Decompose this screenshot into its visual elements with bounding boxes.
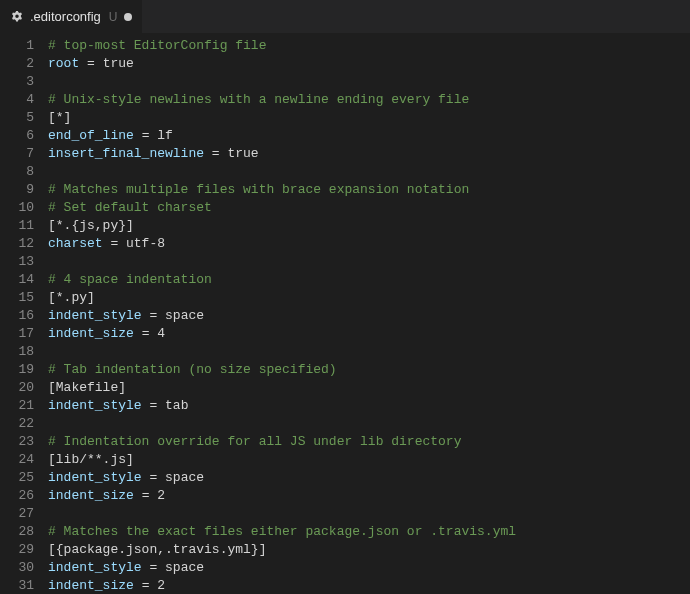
token-comment: # Matches multiple files with brace expa… bbox=[48, 182, 469, 197]
line-number: 1 bbox=[0, 37, 34, 55]
line-number: 5 bbox=[0, 109, 34, 127]
token-value: tab bbox=[165, 398, 188, 413]
token-op: = bbox=[142, 308, 165, 323]
token-section: [*.py] bbox=[48, 290, 95, 305]
line-number: 21 bbox=[0, 397, 34, 415]
token-op: = bbox=[204, 146, 227, 161]
token-comment: # Set default charset bbox=[48, 200, 212, 215]
code-line[interactable]: root = true bbox=[48, 55, 690, 73]
code-line[interactable]: [Makefile] bbox=[48, 379, 690, 397]
code-line[interactable]: charset = utf-8 bbox=[48, 235, 690, 253]
token-section: [*.{js,py}] bbox=[48, 218, 134, 233]
line-number: 14 bbox=[0, 271, 34, 289]
code-line[interactable]: indent_size = 2 bbox=[48, 487, 690, 505]
line-number: 8 bbox=[0, 163, 34, 181]
token-comment: # Matches the exact files either package… bbox=[48, 524, 516, 539]
token-value: 2 bbox=[157, 488, 165, 503]
line-number: 31 bbox=[0, 577, 34, 594]
tab-editorconfig[interactable]: .editorconfig U bbox=[0, 0, 143, 33]
code-line[interactable]: indent_size = 4 bbox=[48, 325, 690, 343]
token-op: = bbox=[134, 326, 157, 341]
modified-indicator-icon bbox=[124, 13, 132, 21]
line-number: 30 bbox=[0, 559, 34, 577]
code-line[interactable]: indent_size = 2 bbox=[48, 577, 690, 594]
gear-icon bbox=[10, 10, 24, 24]
line-number: 3 bbox=[0, 73, 34, 91]
code-line[interactable]: # Indentation override for all JS under … bbox=[48, 433, 690, 451]
token-op: = bbox=[134, 128, 157, 143]
code-line[interactable] bbox=[48, 343, 690, 361]
tab-bar: .editorconfig U bbox=[0, 0, 690, 33]
line-number: 26 bbox=[0, 487, 34, 505]
code-line[interactable]: # Unix-style newlines with a newline end… bbox=[48, 91, 690, 109]
code-line[interactable]: # Matches the exact files either package… bbox=[48, 523, 690, 541]
token-value: space bbox=[165, 470, 204, 485]
line-number: 24 bbox=[0, 451, 34, 469]
line-number: 2 bbox=[0, 55, 34, 73]
token-key: end_of_line bbox=[48, 128, 134, 143]
code-line[interactable]: [*.{js,py}] bbox=[48, 217, 690, 235]
token-key: indent_style bbox=[48, 308, 142, 323]
code-line[interactable]: end_of_line = lf bbox=[48, 127, 690, 145]
token-comment: # top-most EditorConfig file bbox=[48, 38, 266, 53]
code-line[interactable] bbox=[48, 415, 690, 433]
token-key: indent_size bbox=[48, 488, 134, 503]
token-section: [{package.json,.travis.yml}] bbox=[48, 542, 266, 557]
code-line[interactable] bbox=[48, 163, 690, 181]
line-number: 28 bbox=[0, 523, 34, 541]
code-line[interactable]: insert_final_newline = true bbox=[48, 145, 690, 163]
token-section: [*] bbox=[48, 110, 71, 125]
token-op: = bbox=[142, 398, 165, 413]
token-op: = bbox=[103, 236, 126, 251]
token-comment: # Indentation override for all JS under … bbox=[48, 434, 461, 449]
line-number: 23 bbox=[0, 433, 34, 451]
code-line[interactable] bbox=[48, 253, 690, 271]
line-number: 20 bbox=[0, 379, 34, 397]
code-line[interactable]: indent_style = space bbox=[48, 469, 690, 487]
token-value: utf-8 bbox=[126, 236, 165, 251]
token-op: = bbox=[134, 488, 157, 503]
code-line[interactable]: [*.py] bbox=[48, 289, 690, 307]
token-key: indent_size bbox=[48, 326, 134, 341]
code-line[interactable] bbox=[48, 73, 690, 91]
token-value: 4 bbox=[157, 326, 165, 341]
token-key: indent_style bbox=[48, 560, 142, 575]
token-value: lf bbox=[157, 128, 173, 143]
token-comment: # Unix-style newlines with a newline end… bbox=[48, 92, 469, 107]
editor[interactable]: 1234567891011121314151617181920212223242… bbox=[0, 33, 690, 594]
line-number: 9 bbox=[0, 181, 34, 199]
token-key: charset bbox=[48, 236, 103, 251]
code-line[interactable]: indent_style = tab bbox=[48, 397, 690, 415]
line-number: 17 bbox=[0, 325, 34, 343]
code-line[interactable]: # Tab indentation (no size specified) bbox=[48, 361, 690, 379]
line-number: 12 bbox=[0, 235, 34, 253]
code-line[interactable]: # 4 space indentation bbox=[48, 271, 690, 289]
code-line[interactable]: indent_style = space bbox=[48, 559, 690, 577]
line-number: 27 bbox=[0, 505, 34, 523]
code-line[interactable]: # Set default charset bbox=[48, 199, 690, 217]
line-number: 11 bbox=[0, 217, 34, 235]
token-op: = bbox=[79, 56, 102, 71]
token-section: [lib/**.js] bbox=[48, 452, 134, 467]
line-number-gutter: 1234567891011121314151617181920212223242… bbox=[0, 33, 48, 594]
code-area[interactable]: # top-most EditorConfig fileroot = true … bbox=[48, 33, 690, 594]
code-line[interactable]: [lib/**.js] bbox=[48, 451, 690, 469]
token-op: = bbox=[134, 578, 157, 593]
line-number: 29 bbox=[0, 541, 34, 559]
token-op: = bbox=[142, 470, 165, 485]
code-line[interactable] bbox=[48, 505, 690, 523]
code-line[interactable]: indent_style = space bbox=[48, 307, 690, 325]
token-key: indent_style bbox=[48, 470, 142, 485]
code-line[interactable]: # top-most EditorConfig file bbox=[48, 37, 690, 55]
line-number: 16 bbox=[0, 307, 34, 325]
line-number: 13 bbox=[0, 253, 34, 271]
code-line[interactable]: [*] bbox=[48, 109, 690, 127]
token-value: space bbox=[165, 308, 204, 323]
code-line[interactable]: [{package.json,.travis.yml}] bbox=[48, 541, 690, 559]
line-number: 19 bbox=[0, 361, 34, 379]
code-line[interactable]: # Matches multiple files with brace expa… bbox=[48, 181, 690, 199]
token-value: space bbox=[165, 560, 204, 575]
token-value: true bbox=[227, 146, 258, 161]
line-number: 10 bbox=[0, 199, 34, 217]
token-value: 2 bbox=[157, 578, 165, 593]
